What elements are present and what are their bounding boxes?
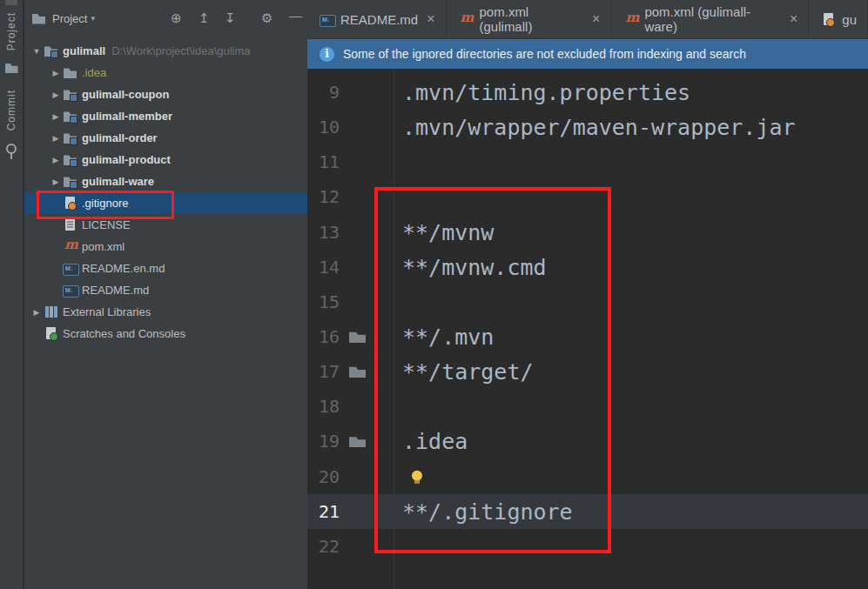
line-number: 10: [307, 117, 340, 137]
tree-item-pom-xml[interactable]: pom.xml: [24, 236, 307, 258]
gitignore-file-icon: [821, 13, 836, 26]
code-line-14[interactable]: 14**/mvnw.cmd: [307, 250, 868, 284]
scratch-icon: [44, 327, 58, 340]
proj-icon: [63, 175, 77, 188]
line-number: 15: [307, 291, 340, 312]
close-tab-icon[interactable]: ×: [790, 11, 797, 27]
code-line-12[interactable]: 12: [307, 179, 868, 214]
chevron-right-icon[interactable]: ▶: [49, 90, 63, 99]
tree-item-idea-folder[interactable]: ▶.idea: [24, 62, 307, 84]
line-number: 9: [307, 82, 340, 103]
vcs-tool-icon[interactable]: [6, 144, 17, 154]
locate-file-icon[interactable]: ⊕: [171, 10, 182, 26]
code-line-13[interactable]: 13**/mvnw: [307, 215, 868, 250]
expand-all-icon[interactable]: ↥: [198, 10, 210, 26]
proj-icon: [63, 88, 77, 101]
lib-icon: [44, 305, 58, 318]
line-number: 22: [307, 536, 340, 557]
code-line-15[interactable]: 15: [307, 284, 868, 319]
activity-bar: Project Commit: [0, 0, 24, 589]
code-line-20[interactable]: 20: [307, 459, 868, 494]
code-lines: 9.mvn/timing.properties10.mvn/wrapper/ma…: [307, 69, 868, 564]
tree-item-label: README.en.md: [82, 262, 165, 275]
close-tab-icon[interactable]: ×: [592, 11, 600, 27]
code-text: .mvn/wrapper/maven-wrapper.jar: [402, 115, 796, 140]
code-line-10[interactable]: 10.mvn/wrapper/maven-wrapper.jar: [307, 110, 868, 144]
line-number: 18: [307, 396, 340, 417]
gutter-folder-icon: [349, 331, 366, 343]
chevron-right-icon[interactable]: ▶: [30, 308, 44, 317]
tree-item-gitignore[interactable]: .gitignore: [24, 192, 307, 214]
proj-icon: [63, 153, 77, 166]
folder-tool-icon[interactable]: [4, 61, 19, 76]
tab-label: README.md: [340, 12, 418, 27]
md-icon: [63, 262, 77, 275]
line-number: 21: [307, 501, 340, 522]
code-text: **/target/: [402, 359, 534, 385]
tree-item-gulimall-member[interactable]: ▶gulimall-member: [24, 105, 307, 127]
hide-panel-icon[interactable]: —: [289, 8, 302, 23]
code-line-22[interactable]: 22: [307, 529, 868, 564]
project-view-icon: [31, 12, 46, 25]
tree-item-label: pom.xml: [82, 240, 124, 253]
maven-file-icon: [459, 13, 474, 26]
tab-label: pom.xml (gulimall): [480, 4, 584, 34]
tab-pom-xml-gulimall-ware[interactable]: pom.xml (gulimall-ware)×: [611, 0, 809, 38]
chevron-right-icon[interactable]: ▶: [49, 134, 63, 143]
tab-gitignore-partial[interactable]: gu: [809, 0, 868, 38]
tree-item-gulimall-ware[interactable]: ▶gulimall-ware: [24, 171, 307, 192]
tool-button-commit[interactable]: Commit: [5, 90, 17, 131]
close-tab-icon[interactable]: ×: [427, 11, 434, 27]
chevron-down-icon[interactable]: ▾: [91, 14, 95, 23]
chevron-right-icon[interactable]: ▶: [49, 177, 63, 186]
project-tree: ▼gulimallD:\Work\project\idea\gulima▶.id…: [24, 40, 307, 345]
tree-item-label: gulimall-coupon: [82, 88, 169, 101]
tree-item-gulimall[interactable]: ▼gulimallD:\Work\project\idea\gulima: [24, 40, 307, 62]
gitignore-icon: [63, 197, 77, 210]
tree-item-license[interactable]: LICENSE: [24, 214, 307, 236]
code-line-16[interactable]: 16**/.mvn: [307, 319, 868, 354]
tab-readme-md[interactable]: README.md×: [307, 0, 447, 38]
chevron-right-icon[interactable]: ▶: [49, 156, 63, 164]
tree-item-label: External Libraries: [63, 305, 151, 318]
gutter-folder-icon: [349, 435, 366, 447]
tree-item-scratches-and-consoles[interactable]: Scratches and Consoles: [24, 323, 307, 345]
tool-button-project[interactable]: Project: [5, 12, 17, 50]
chevron-right-icon[interactable]: ▶: [49, 112, 63, 121]
code-text: .idea: [402, 429, 468, 454]
proj-icon: [63, 110, 77, 123]
tab-pom-xml-gulimall[interactable]: pom.xml (gulimall)×: [447, 0, 612, 38]
project-panel: Project ▾ ⊕ ↥ ↧ ⚙ — ▼gulimallD:\Work\pro…: [24, 0, 307, 589]
code-line-21[interactable]: 21**/.gitignore: [307, 494, 868, 529]
intention-bulb-icon[interactable]: [412, 470, 422, 480]
tab-label: pom.xml (gulimall-ware): [644, 4, 781, 34]
settings-gear-icon[interactable]: ⚙: [261, 10, 273, 26]
tree-item-external-libraries[interactable]: ▶External Libraries: [24, 301, 307, 323]
collapse-all-icon[interactable]: ↧: [225, 10, 236, 26]
tree-item-label: .idea: [82, 66, 106, 79]
line-number: 14: [307, 257, 340, 278]
line-number: 20: [307, 466, 340, 487]
tree-item-label: gulimall-order: [82, 131, 158, 144]
tree-item-gulimall-order[interactable]: ▶gulimall-order: [24, 127, 307, 149]
code-line-9[interactable]: 9.mvn/timing.properties: [307, 75, 868, 110]
code-line-19[interactable]: 19.idea: [307, 424, 868, 458]
chevron-down-icon[interactable]: ▼: [30, 47, 44, 56]
tree-item-gulimall-coupon[interactable]: ▶gulimall-coupon: [24, 84, 307, 105]
tree-item-label: gulimall-ware: [82, 175, 154, 188]
tree-item-label: README.md: [82, 284, 149, 297]
project-view-title[interactable]: Project: [52, 12, 87, 25]
tree-item-readme-md[interactable]: README.md: [24, 279, 307, 301]
tree-item-label: gulimall: [63, 44, 105, 57]
tab-label: gu: [842, 12, 857, 27]
code-text: **/.mvn: [402, 325, 494, 350]
tree-item-label: gulimall-member: [82, 110, 172, 123]
tree-item-gulimall-product[interactable]: ▶gulimall-product: [24, 149, 307, 171]
code-line-11[interactable]: 11: [307, 144, 868, 179]
tree-item-readme-en-md[interactable]: README.en.md: [24, 258, 307, 279]
code-line-17[interactable]: 17**/target/: [307, 354, 868, 389]
editor-pane[interactable]: 9.mvn/timing.properties10.mvn/wrapper/ma…: [307, 69, 868, 589]
chevron-right-icon[interactable]: ▶: [49, 69, 63, 77]
code-line-18[interactable]: 18: [307, 389, 868, 424]
notification-text: Some of the ignored directories are not …: [343, 47, 746, 61]
